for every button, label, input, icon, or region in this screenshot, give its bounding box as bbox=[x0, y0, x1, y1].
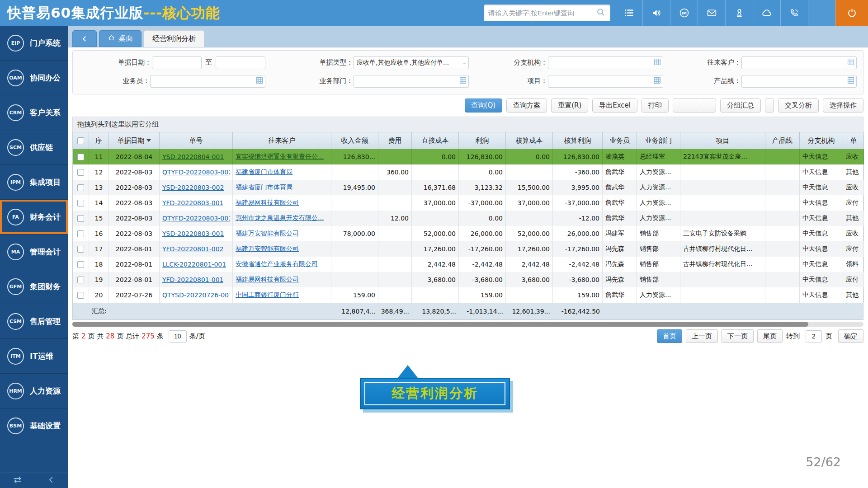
row-checkbox-cell[interactable] bbox=[73, 241, 89, 257]
sidebar-item-ipm[interactable]: IPM集成项目 bbox=[0, 165, 68, 200]
table-row[interactable]: 172022-08-01YFD-20220801-002福建万安智能有限公司17… bbox=[73, 241, 863, 257]
customer-link[interactable]: 福建省厦门市体育局 bbox=[236, 168, 292, 176]
row-checkbox[interactable] bbox=[77, 261, 84, 268]
table-row[interactable]: 182022-08-01LLCK-20220801-001安徽省通信产业服务有限… bbox=[73, 257, 863, 272]
sidebar-item-itm[interactable]: ITMIT运维 bbox=[0, 339, 68, 374]
row-checkbox[interactable] bbox=[77, 246, 84, 253]
sidebar-item-bsm[interactable]: BSM基础设置 bbox=[0, 408, 68, 443]
goto-page-input[interactable] bbox=[806, 330, 822, 343]
table-row[interactable]: 122022-08-03QTYFD-20220803-002福建省厦门市体育局3… bbox=[73, 164, 863, 180]
speaker-icon[interactable] bbox=[642, 0, 670, 26]
table-row[interactable]: 152022-08-03QTYFD-20220803-001惠州市龙之泉温泉开发… bbox=[73, 211, 863, 226]
search-input[interactable] bbox=[488, 9, 596, 17]
doc-no-link[interactable]: YSD-20220804-001 bbox=[162, 153, 224, 160]
customer-link[interactable]: 中国工商银行厦门分行 bbox=[236, 291, 299, 299]
sidebar-item-hrm[interactable]: HRM人力资源 bbox=[0, 374, 68, 408]
collapse-sidebar-icon[interactable] bbox=[47, 475, 56, 486]
tab-desktop[interactable]: 桌面 bbox=[99, 30, 142, 47]
row-checkbox-cell[interactable] bbox=[73, 272, 89, 287]
grid-lookup-icon[interactable] bbox=[847, 58, 854, 67]
row-checkbox-cell[interactable] bbox=[73, 226, 89, 241]
lookup-input[interactable] bbox=[548, 75, 663, 88]
select-all-checkbox-cell[interactable] bbox=[73, 132, 89, 149]
scrollbar-thumb[interactable] bbox=[72, 322, 808, 327]
row-checkbox-cell[interactable] bbox=[73, 195, 89, 211]
user-icon[interactable] bbox=[725, 0, 753, 26]
sidebar-item-csm[interactable]: CSM售后管理 bbox=[0, 304, 68, 339]
doc-no-link[interactable]: YFD-20220801-002 bbox=[162, 245, 223, 253]
date-to-input[interactable] bbox=[216, 56, 265, 69]
menu-list-icon[interactable] bbox=[615, 0, 642, 26]
doc-no-link[interactable]: QTYFD-20220803-002 bbox=[162, 169, 230, 176]
tab-profit-analysis[interactable]: 经营利润分析 bbox=[144, 30, 204, 47]
im-icon[interactable]: IM bbox=[670, 0, 698, 26]
col-header-序[interactable]: 序 bbox=[89, 132, 109, 149]
doc-no-link[interactable]: QTYFD-20220803-001 bbox=[162, 215, 230, 222]
table-row[interactable]: 202022-07-26QTYSD-20220726-001中国工商银行厦门分行… bbox=[73, 287, 863, 303]
phone-icon[interactable] bbox=[780, 0, 808, 26]
horizontal-scrollbar[interactable] bbox=[72, 322, 863, 327]
table-row[interactable]: 132022-08-03YSD-20220803-002福建省厦门市体育局19,… bbox=[73, 180, 863, 195]
sidebar-item-eip[interactable]: EIP门户系统 bbox=[0, 26, 68, 61]
search-icon[interactable] bbox=[596, 7, 606, 19]
button-查询(Q)[interactable]: 查询(Q) bbox=[465, 99, 503, 113]
page-size-input[interactable] bbox=[169, 330, 187, 343]
page-button-确定[interactable]: 确定 bbox=[838, 329, 863, 343]
lookup-input[interactable] bbox=[741, 56, 857, 69]
row-checkbox-cell[interactable] bbox=[73, 287, 89, 303]
sort-desc-icon[interactable] bbox=[146, 139, 151, 142]
doc-no-link[interactable]: QTYSD-20220726-001 bbox=[162, 291, 230, 299]
sidebar-item-oam[interactable]: OAM协同办公 bbox=[0, 61, 68, 95]
row-checkbox[interactable] bbox=[77, 169, 84, 176]
col-header-单据日期[interactable]: 单据日期 bbox=[109, 132, 160, 149]
row-checkbox[interactable] bbox=[77, 230, 84, 237]
customer-link[interactable]: 宜宾骏继洪骥置业有限责任公... bbox=[236, 153, 324, 161]
doc-no-link[interactable]: YSD-20220803-001 bbox=[162, 230, 224, 237]
row-checkbox-cell[interactable] bbox=[73, 164, 89, 180]
row-checkbox-cell[interactable] bbox=[73, 149, 89, 164]
row-checkbox[interactable] bbox=[77, 154, 84, 160]
lookup-input[interactable] bbox=[741, 75, 857, 88]
sidebar-item-scm[interactable]: SCM供应链 bbox=[0, 130, 68, 165]
table-row[interactable]: 162022-08-03YSD-20220803-001福建万安智能有限公司78… bbox=[73, 226, 863, 241]
button-选择操作[interactable]: 选择操作 bbox=[823, 99, 863, 113]
row-checkbox[interactable] bbox=[77, 184, 84, 191]
row-checkbox-cell[interactable] bbox=[73, 211, 89, 226]
doc-no-link[interactable]: YFD-20220803-001 bbox=[162, 199, 223, 206]
doc-no-link[interactable]: LLCK-20220801-001 bbox=[162, 261, 226, 268]
lookup-input[interactable] bbox=[548, 56, 663, 69]
doc-no-link[interactable]: YSD-20220803-002 bbox=[162, 184, 224, 191]
group-by-bar[interactable]: 拖拽列头到这里以用它分组 bbox=[72, 117, 863, 132]
button-打印[interactable]: 打印 bbox=[642, 99, 669, 113]
grid-lookup-icon[interactable] bbox=[654, 58, 661, 67]
customer-link[interactable]: 安徽省通信产业服务有限公司 bbox=[236, 260, 318, 268]
row-checkbox[interactable] bbox=[77, 200, 84, 206]
grid-lookup-icon[interactable] bbox=[459, 77, 467, 85]
customer-link[interactable]: 福建万安智能有限公司 bbox=[236, 230, 299, 238]
customer-link[interactable]: 福建省厦门市体育局 bbox=[236, 183, 292, 192]
row-checkbox-cell[interactable] bbox=[73, 257, 89, 272]
page-button-尾页[interactable]: 尾页 bbox=[757, 329, 783, 343]
button-分组汇总[interactable]: 分组汇总 bbox=[720, 99, 761, 113]
page-button-首页[interactable]: 首页 bbox=[657, 329, 682, 343]
page-button-上一页[interactable]: 上一页 bbox=[686, 329, 718, 343]
select-all-checkbox[interactable] bbox=[77, 137, 84, 144]
grid-lookup-icon[interactable] bbox=[654, 77, 661, 85]
sidebar-item-fa[interactable]: FA财务会计 bbox=[0, 200, 68, 235]
sidebar-item-gfm[interactable]: GFM集团财务 bbox=[0, 269, 68, 304]
back-button[interactable] bbox=[72, 30, 97, 47]
swap-columns-icon[interactable] bbox=[12, 474, 23, 487]
mail-icon[interactable] bbox=[698, 0, 725, 26]
button-导出Excel[interactable]: 导出Excel bbox=[592, 99, 637, 113]
doc-no-link[interactable]: YFD-20220801-001 bbox=[162, 276, 223, 283]
doc-type-select[interactable]: 应收单,其他应收单,其他应付单...⌄ bbox=[354, 56, 469, 69]
customer-link[interactable]: 惠州市龙之泉温泉开发有限公... bbox=[236, 214, 324, 222]
cloud-icon[interactable] bbox=[753, 0, 780, 26]
button-empty[interactable] bbox=[673, 99, 716, 113]
button-empty[interactable] bbox=[765, 99, 774, 113]
customer-link[interactable]: 福建易网科技有限公司 bbox=[236, 199, 299, 207]
row-checkbox-cell[interactable] bbox=[73, 180, 89, 195]
row-checkbox[interactable] bbox=[77, 215, 84, 222]
row-checkbox[interactable] bbox=[77, 292, 84, 299]
lookup-input[interactable] bbox=[354, 75, 469, 88]
